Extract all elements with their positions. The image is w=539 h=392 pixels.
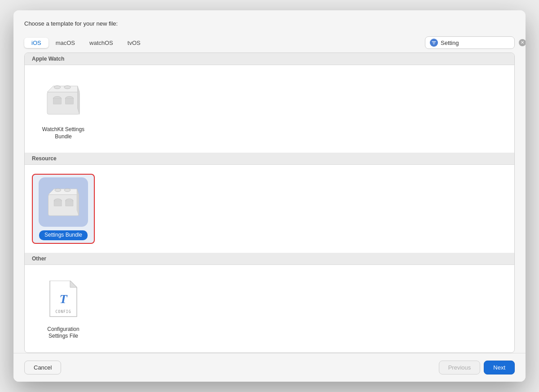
watchkit-settings-label: WatchKit SettingsBundle	[42, 126, 84, 140]
config-file-svg: T CONFIG	[48, 281, 79, 319]
settings-bundle-label: Settings Bundle	[39, 230, 88, 240]
svg-rect-1	[433, 43, 435, 43]
section-header-resource: Resource	[25, 153, 514, 165]
cancel-button[interactable]: Cancel	[24, 361, 61, 374]
svg-text:T: T	[59, 292, 68, 306]
watchkit-settings-icon	[41, 78, 86, 123]
svg-point-7	[64, 86, 71, 89]
brick-svg	[43, 80, 84, 120]
dialog-title: Choose a template for your new file:	[24, 20, 118, 27]
section-content-apple-watch: WatchKit SettingsBundle	[25, 65, 514, 153]
footer-left: Cancel	[24, 361, 61, 374]
search-icon	[430, 39, 438, 47]
footer-right: Previous Next	[439, 361, 515, 374]
dialog-footer: Cancel Previous Next	[13, 353, 526, 382]
svg-point-6	[54, 86, 60, 89]
template-settings-bundle[interactable]: Settings Bundle	[32, 174, 95, 244]
svg-rect-0	[432, 41, 436, 42]
svg-marker-13	[48, 189, 79, 194]
template-chooser-dialog: Choose a template for your new file: iOS…	[13, 10, 526, 382]
config-settings-icon: T CONFIG	[41, 277, 86, 322]
settings-bundle-icon	[39, 177, 88, 227]
tab-group: iOS macOS watchOS tvOS	[24, 38, 148, 48]
template-watchkit-settings-bundle[interactable]: WatchKit SettingsBundle	[32, 74, 95, 144]
section-header-apple-watch: Apple Watch	[25, 53, 514, 65]
svg-rect-20	[65, 201, 73, 206]
tab-bar: iOS macOS watchOS tvOS ✕	[13, 33, 526, 53]
configuration-settings-label: ConfigurationSettings File	[47, 326, 79, 340]
search-clear-button[interactable]: ✕	[519, 39, 526, 46]
tab-macos[interactable]: macOS	[49, 38, 82, 48]
dialog-header: Choose a template for your new file:	[13, 10, 526, 33]
section-header-other: Other	[25, 253, 514, 265]
search-box: ✕	[425, 36, 515, 49]
svg-marker-4	[47, 86, 80, 92]
section-content-other: T CONFIG ConfigurationSettings File	[25, 265, 514, 352]
next-button[interactable]: Next	[484, 361, 515, 374]
section-content-resource: Settings Bundle	[25, 165, 514, 253]
tab-ios[interactable]: iOS	[24, 38, 49, 48]
svg-rect-3	[47, 92, 80, 115]
svg-rect-9	[53, 98, 62, 104]
brick-svg-selected	[44, 183, 83, 221]
template-configuration-settings[interactable]: T CONFIG ConfigurationSettings File	[32, 274, 95, 344]
search-input[interactable]	[441, 40, 516, 46]
filter-icon	[431, 40, 437, 45]
previous-button[interactable]: Previous	[439, 361, 481, 374]
svg-rect-12	[48, 194, 79, 216]
svg-rect-18	[54, 201, 62, 206]
svg-marker-22	[70, 281, 77, 287]
svg-point-16	[64, 189, 71, 192]
tab-tvos[interactable]: tvOS	[120, 38, 148, 48]
svg-point-15	[54, 189, 61, 192]
tab-watchos[interactable]: watchOS	[82, 38, 120, 48]
svg-text:CONFIG: CONFIG	[56, 310, 71, 314]
svg-rect-11	[66, 98, 74, 104]
svg-rect-2	[433, 44, 435, 44]
content-area: Apple Watch	[24, 53, 515, 353]
